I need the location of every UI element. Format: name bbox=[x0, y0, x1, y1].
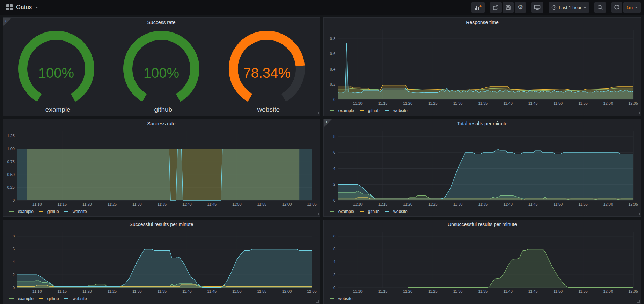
x-tick-label: 11:15 bbox=[57, 289, 67, 294]
legend-label: _website bbox=[391, 108, 407, 113]
legend-item-_website[interactable]: _website bbox=[64, 296, 87, 301]
gauge-_website: 78.34%_website bbox=[214, 28, 319, 113]
info-icon: i bbox=[5, 18, 6, 23]
legend-label: _example bbox=[336, 108, 354, 113]
x-tick-label: 12:05 bbox=[307, 202, 317, 206]
legend-item-_website[interactable]: _website bbox=[330, 296, 352, 301]
legend-item-_github[interactable]: _github bbox=[360, 108, 379, 113]
gauge-arc: 78.34% bbox=[214, 28, 319, 106]
legend-item-_website[interactable]: _website bbox=[385, 209, 407, 214]
chart-response-time[interactable]: 11:1011:1511:2011:2511:3011:3511:4011:45… bbox=[326, 27, 639, 107]
panel-title[interactable]: Success rate bbox=[3, 18, 320, 27]
save-button[interactable] bbox=[503, 2, 514, 13]
x-tick-label: 11:10 bbox=[32, 202, 42, 206]
refresh-button[interactable] bbox=[611, 2, 622, 13]
gauge-label: _github bbox=[151, 106, 172, 113]
gauge-_github: 100%_github bbox=[109, 28, 214, 113]
chart-unsuccessful-results[interactable]: 11:1011:1511:2011:2511:3011:3511:4011:45… bbox=[326, 229, 639, 295]
legend-item-_website[interactable]: _website bbox=[385, 108, 407, 113]
legend-swatch bbox=[9, 298, 14, 299]
gauge-value: 100% bbox=[144, 65, 179, 81]
resize-handle[interactable] bbox=[316, 213, 319, 215]
time-picker-button[interactable]: Last 1 hour bbox=[549, 2, 589, 13]
zoom-out-icon bbox=[597, 5, 603, 10]
panel-info-corner[interactable] bbox=[3, 18, 12, 26]
zoom-out-button[interactable] bbox=[594, 2, 606, 13]
settings-button[interactable]: ⚙ bbox=[515, 2, 526, 13]
x-tick-label: 11:10 bbox=[353, 289, 363, 294]
gauge-label: _example bbox=[42, 106, 70, 113]
refresh-icon bbox=[614, 5, 620, 10]
monitor-icon bbox=[534, 5, 541, 10]
y-tick-label: 2 bbox=[333, 182, 335, 186]
gauge-arc: 100% bbox=[4, 28, 109, 106]
x-tick-label: 12:00 bbox=[603, 202, 613, 206]
x-tick-label: 11:30 bbox=[132, 289, 142, 294]
chart-success-rate[interactable]: 11:1011:1511:2011:2511:3011:3511:4011:45… bbox=[5, 128, 317, 208]
x-tick-label: 11:30 bbox=[132, 202, 142, 206]
x-tick-label: 11:55 bbox=[578, 202, 588, 206]
dashboard-grid-icon[interactable] bbox=[6, 4, 13, 10]
legend: _example_github_website bbox=[5, 295, 317, 302]
refresh-interval-label: 1m bbox=[626, 5, 633, 10]
chart-total-results[interactable]: 11:1011:1511:2011:2511:3011:3511:4011:45… bbox=[326, 128, 639, 208]
series-area-_website bbox=[17, 249, 312, 288]
dashboard-title[interactable]: Gatus bbox=[16, 4, 32, 11]
panel-successful-results: Successful results per minute 11:1011:15… bbox=[3, 220, 320, 304]
legend-item-_website[interactable]: _website bbox=[64, 209, 87, 214]
x-tick-label: 11:40 bbox=[182, 202, 192, 206]
legend: _example_github_website bbox=[326, 107, 639, 114]
legend-label: _website bbox=[336, 296, 352, 301]
x-tick-label: 11:30 bbox=[453, 289, 463, 294]
share-button[interactable] bbox=[490, 2, 502, 13]
resize-handle[interactable] bbox=[316, 112, 319, 114]
dashboard-caret-icon[interactable] bbox=[35, 7, 38, 8]
legend-item-_example[interactable]: _example bbox=[330, 209, 354, 214]
panel-title[interactable]: Unsuccessful results per minute bbox=[324, 220, 641, 229]
x-tick-label: 11:30 bbox=[453, 202, 463, 206]
legend-item-_github[interactable]: _github bbox=[360, 209, 379, 214]
legend-item-_example[interactable]: _example bbox=[9, 209, 34, 214]
x-tick-label: 12:00 bbox=[282, 289, 292, 294]
grafana-dashboard: Gatus bbox=[0, 0, 644, 304]
y-tick-label: 1.25 bbox=[7, 134, 15, 138]
y-tick-label: 8 bbox=[13, 234, 15, 238]
legend-item-_github[interactable]: _github bbox=[39, 296, 59, 301]
chart-area: 11:1011:1511:2011:2511:3011:3511:4011:45… bbox=[5, 229, 317, 302]
y-tick-label: 8 bbox=[333, 134, 335, 139]
x-tick-label: 11:45 bbox=[207, 289, 217, 294]
x-tick-label: 11:25 bbox=[107, 289, 117, 294]
refresh-interval-dropdown[interactable]: 1m bbox=[623, 2, 641, 13]
tv-mode-button[interactable] bbox=[531, 2, 543, 13]
x-tick-label: 11:40 bbox=[182, 289, 192, 294]
time-picker-caret-icon bbox=[584, 7, 586, 8]
panel-title[interactable]: Success rate bbox=[3, 119, 320, 128]
x-tick-label: 11:50 bbox=[554, 202, 563, 206]
y-tick-label: 4 bbox=[333, 166, 335, 170]
y-tick-label: 8 bbox=[333, 234, 335, 238]
add-panel-button[interactable] bbox=[471, 2, 485, 13]
legend-swatch bbox=[330, 298, 334, 299]
legend-label: _github bbox=[366, 108, 379, 113]
panel-title[interactable]: Successful results per minute bbox=[3, 220, 320, 229]
resize-handle[interactable] bbox=[316, 300, 319, 303]
share-icon bbox=[493, 5, 499, 10]
panel-title[interactable]: Response time bbox=[324, 18, 641, 27]
x-tick-label: 11:45 bbox=[207, 202, 217, 206]
legend-item-_example[interactable]: _example bbox=[330, 108, 354, 113]
legend-item-_github[interactable]: _github bbox=[39, 209, 59, 214]
resize-handle[interactable] bbox=[637, 213, 640, 215]
x-tick-label: 12:00 bbox=[603, 101, 613, 105]
legend-label: _website bbox=[391, 209, 407, 214]
y-tick-label: 0 bbox=[13, 198, 15, 202]
chart-successful-results[interactable]: 11:1011:1511:2011:2511:3011:3511:4011:45… bbox=[5, 229, 317, 295]
resize-handle[interactable] bbox=[637, 300, 640, 303]
gauge-value: 100% bbox=[38, 65, 74, 81]
resize-handle[interactable] bbox=[637, 112, 640, 114]
panel-info-corner[interactable] bbox=[324, 119, 332, 127]
panel-title[interactable]: Total results per minute bbox=[324, 119, 641, 128]
legend-item-_example[interactable]: _example bbox=[9, 296, 34, 301]
x-tick-label: 11:40 bbox=[503, 101, 513, 105]
chart-area: 11:1011:1511:2011:2511:3011:3511:4011:45… bbox=[326, 27, 639, 114]
x-tick-label: 12:05 bbox=[628, 202, 638, 206]
